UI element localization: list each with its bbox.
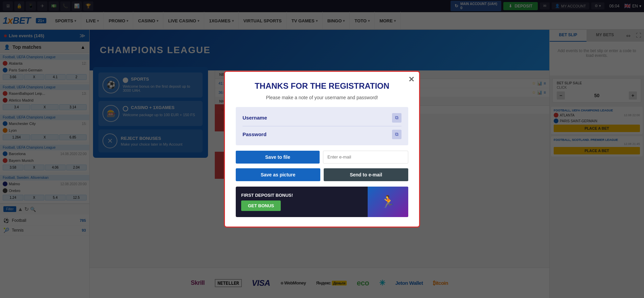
username-label: Username: [243, 115, 267, 121]
save-to-file-button[interactable]: Save to file: [236, 151, 320, 164]
username-row: Username ⧉: [243, 111, 401, 125]
modal-close-button[interactable]: ✕: [408, 75, 414, 84]
password-label: Password: [243, 131, 267, 137]
credentials-box: Username ⧉ Password ⧉: [236, 107, 408, 145]
modal-subtitle: Please make a note of your username and …: [236, 95, 408, 100]
get-bonus-button[interactable]: GET BONUS: [241, 200, 281, 211]
cred-divider: [243, 126, 401, 126]
password-row: Password ⧉: [243, 128, 401, 141]
bonus-banner-text: FIRST DEPOSIT BONUS! GET BONUS: [236, 189, 368, 215]
email-input[interactable]: [323, 151, 408, 164]
bonus-banner-title: FIRST DEPOSIT BONUS!: [241, 193, 362, 198]
modal-overlay[interactable]: ✕ THANKS FOR THE REGISTRATION Please mak…: [0, 0, 644, 298]
copy-password-button[interactable]: ⧉: [392, 130, 401, 139]
modal-actions-1: Save to file: [236, 151, 408, 164]
send-to-email-button[interactable]: Send to e-mail: [324, 168, 408, 181]
modal-actions-2: Save as picture Send to e-mail: [236, 168, 408, 181]
bonus-banner: FIRST DEPOSIT BONUS! GET BONUS 🏃: [236, 187, 408, 217]
save-as-picture-button[interactable]: Save as picture: [236, 168, 320, 181]
registration-modal: ✕ THANKS FOR THE REGISTRATION Please mak…: [224, 71, 420, 228]
copy-username-button[interactable]: ⧉: [392, 113, 401, 123]
modal-title: THANKS FOR THE REGISTRATION: [236, 81, 408, 91]
bonus-banner-image: 🏃: [368, 187, 408, 217]
